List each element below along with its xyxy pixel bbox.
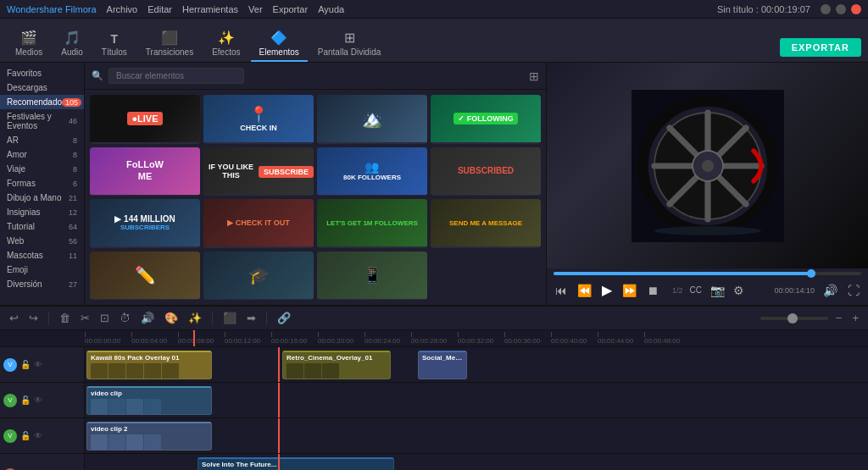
frame-back-button[interactable]: ⏪ [576,282,593,299]
fullscreen-button[interactable]: ⛶ [846,282,861,299]
element-photo[interactable]: 🏔️ Social_Media_Icons_Pac... [317,95,427,144]
playhead-indicator[interactable] [193,330,195,346]
tab-medios[interactable]: 🎬 Medios [7,26,51,62]
progress-bar[interactable] [554,272,861,275]
search-input[interactable] [108,68,244,84]
preview-controls: ⏮ ⏪ ▶ ⏩ ⏹ 1/2 CC 📷 ⚙ 00:00:14:10 🔊 ⛶ [547,268,868,305]
crop-button[interactable]: ⊡ [97,310,112,326]
sidebar-item-mascotas[interactable]: Mascotas 11 [0,248,84,263]
sidebar-item-viaje[interactable]: Viaje 8 [0,162,84,176]
clip-audio[interactable]: Solve Into The Future... [198,457,394,470]
sidebar-item-descargas[interactable]: Descargas [0,80,84,95]
element-getfollowers[interactable]: LET'S GET 1M FOLLOWERS Social_Media_Icon… [317,199,427,248]
menu-exportar[interactable]: Exportar [273,4,309,14]
undo-button[interactable]: ↩ [7,310,21,326]
menu-archivo[interactable]: Archivo [107,4,138,14]
element-subscribed[interactable]: SUBSCRIBED Social_Media_Icons_Pac... [431,147,541,196]
tab-efectos[interactable]: ✨ Efectos [203,26,248,62]
track-lock-video1[interactable]: 🔓 [20,395,31,405]
element-gradhat[interactable]: 🎓 Social_Media_Icons_Pac... [203,252,314,301]
tab-transiciones[interactable]: ⬛ Transiciones [137,26,202,62]
effects-button[interactable]: ✨ [186,310,204,326]
track-lock-video2[interactable]: 🔓 [20,431,31,440]
ruler-marks: 00:00:00:00 00:00:04:00 00:00:08:00 00:0… [85,337,868,345]
menu-bar: Archivo Editar Herramientas Ver Exportar… [107,4,717,14]
cut-button[interactable]: ✂ [78,310,92,326]
element-phone[interactable]: 📱 Social_Media_Icons_Pac... [317,252,427,301]
element-ifyoulike[interactable]: IF YOU LIKE THIS SUBSCRIBE Social_Media_… [203,147,314,196]
sidebar-item-web[interactable]: Web 56 [0,234,84,248]
current-time: 00:00:14:10 [774,286,815,295]
timeline-tracks: V 🔓 👁 Kawaii 80s Pack Overlay 01 Retro_C… [0,347,868,470]
zoom-in-button[interactable]: + [849,310,861,326]
elements-grid: ●LIVE Social_Media_Icons_Pac... 📍 CHECK … [85,90,546,305]
clip-social-media[interactable]: Social_Media_1 [418,351,467,379]
track-eye-video1[interactable]: 👁 [34,395,42,405]
audio-button[interactable]: 🔊 [138,310,157,326]
sidebar-item-recomendado[interactable]: Recomendado 105 [0,95,84,109]
track-lock-overlay[interactable]: 🔓 [20,360,31,369]
efectos-icon: ✨ [218,30,235,46]
snap-button[interactable]: 🔗 [275,310,293,326]
grid-toggle-icon[interactable]: ⊞ [529,69,539,83]
zoom-out-button[interactable]: − [833,310,845,326]
progress-indicator [807,269,815,278]
titulos-icon: T [111,32,119,46]
frame-forward-button[interactable]: ⏩ [620,282,638,299]
tab-audio[interactable]: 🎵 Audio [53,26,92,62]
element-message[interactable]: SEND ME A MESSAGE Social_Media_Icons_Pac… [431,199,541,248]
minimize-btn[interactable] [821,4,831,14]
export-button[interactable]: EXPORTAR [780,38,861,57]
element-following[interactable]: ✓ FOLLOWING Social_Media_Icons_Pac... [431,95,541,144]
menu-ayuda[interactable]: Ayuda [318,4,344,14]
element-million[interactable]: ▶ 144 MILLION SUBSCRIBERS Social_Media_I… [90,199,200,248]
sidebar-item-favoritos[interactable]: Favoritos [0,66,84,80]
tab-elementos[interactable]: 🔷 Elementos [251,26,308,62]
element-live[interactable]: ●LIVE Social_Media_Icons_Pac... [90,95,200,144]
stop-button[interactable]: ⏹ [645,282,660,299]
sidebar-item-ar[interactable]: AR 8 [0,133,84,147]
tab-titulos[interactable]: T Títulos [93,29,136,62]
play-button[interactable]: ▶ [600,280,614,300]
sidebar-item-emoji[interactable]: Emoji [0,263,84,277]
color-button[interactable]: 🎨 [162,310,181,326]
element-pencil[interactable]: ✏️ Social_Media_Icons_Pac... [90,252,200,301]
sidebar-item-festivales[interactable]: Festivales y Eventos 46 [0,109,84,133]
elements-search-bar: 🔍 ⊞ [85,63,546,90]
motion-button[interactable]: ➡ [244,310,259,326]
caption-button[interactable]: CC [688,284,704,296]
sidebar-item-dibujo[interactable]: Dibujo a Mano 21 [0,191,84,205]
ruler-mark-7: 00:00:28:00 [411,337,458,345]
element-follow-me[interactable]: FoLLoWME Social_Media_Icons_Pac... [90,147,200,196]
tab-pantalla[interactable]: ⊞ Pantalla Dividida [309,26,390,62]
sidebar-item-tutorial[interactable]: Tutorial 64 [0,219,84,234]
track-eye-overlay[interactable]: 👁 [34,360,42,369]
skip-back-button[interactable]: ⏮ [554,282,569,299]
delete-button[interactable]: 🗑 [57,310,73,326]
clip-retro-cinema[interactable]: Retro_Cinema_Overlay_01 [282,351,391,379]
speed-button[interactable]: ⏱ [117,310,133,326]
menu-editar[interactable]: Editar [147,4,172,14]
zoom-slider[interactable] [760,317,828,320]
element-checkin[interactable]: 📍 CHECK IN Social_Media_Icons_Pac... [203,95,314,144]
sidebar-item-insignias[interactable]: Insignias 12 [0,205,84,219]
redo-button[interactable]: ↪ [26,310,41,326]
menu-herramientas[interactable]: Herramientas [182,4,238,14]
transition-button[interactable]: ⬛ [220,310,239,326]
track-eye-video2[interactable]: 👁 [34,431,42,440]
sidebar-item-diversion[interactable]: Diversión 27 [0,277,84,291]
volume-button[interactable]: 🔊 [821,282,839,299]
snapshot-button[interactable]: 📷 [709,282,726,299]
sidebar-item-amor[interactable]: Amor 8 [0,147,84,162]
element-followers[interactable]: 👥 80K FOLLOWERS Social_Media_Icons_Pac..… [317,147,427,196]
clip-kawaii[interactable]: Kawaii 80s Pack Overlay 01 [86,351,212,379]
settings-button[interactable]: ⚙ [732,282,746,299]
close-btn[interactable] [851,4,861,14]
clip-video2[interactable]: video clip 2 [86,422,212,451]
maximize-btn[interactable] [836,4,846,14]
sidebar-item-formas[interactable]: Formas 6 [0,176,84,191]
toolbar-divider-3 [266,312,267,325]
menu-ver[interactable]: Ver [248,4,263,14]
clip-video1[interactable]: video clip [86,386,212,415]
element-checkitout[interactable]: ▶ CHECK IT OUT Social_Media_Icons_Pac... [203,199,314,248]
